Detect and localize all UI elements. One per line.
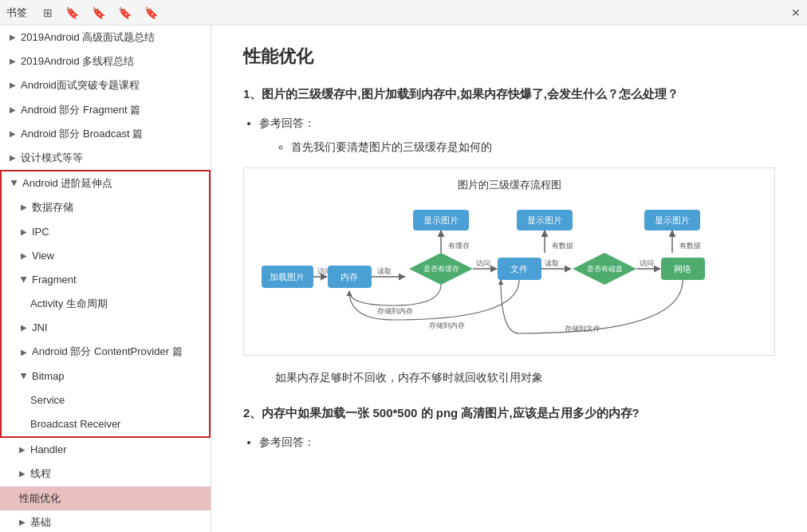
answer-list-2: 参考回答： <box>259 435 775 450</box>
bookmark-icon1[interactable]: 🔖 <box>62 5 82 21</box>
sidebar-item-label: Android 进阶延伸点 <box>22 176 112 191</box>
chevron-icon: ▶ <box>19 517 26 528</box>
sidebar-item-service[interactable]: Service <box>2 388 209 412</box>
svg-text:显示图片: 显示图片 <box>423 215 459 225</box>
sidebar-item-21[interactable]: ▶ 基础 <box>0 510 211 532</box>
sidebar-item-label: JNI <box>32 321 48 335</box>
group-border: ▶ Android 进阶延伸点 ▶ 数据存储 ▶ IPC ▶ View ▶ Fr… <box>0 170 211 438</box>
chevron-icon: ▶ <box>10 152 16 164</box>
sidebar-item-18[interactable]: ▶ Handler <box>0 438 211 462</box>
svg-text:是否有磁盘: 是否有磁盘 <box>587 265 623 273</box>
chevron-icon: ▶ <box>10 56 16 67</box>
bookmark-icon4[interactable]: 🔖 <box>141 5 161 21</box>
chevron-icon: ▶ <box>10 80 16 91</box>
svg-text:存储到文件: 存储到文件 <box>565 325 600 333</box>
svg-text:有数据: 有数据 <box>679 242 701 250</box>
sidebar-item-label: Bitmap <box>32 369 64 384</box>
diagram-container: 图片的三级缓存流程图 显示图片 显示图片 显示图片 <box>243 167 775 356</box>
sidebar-item-6[interactable]: ▶ 设计模式等等 <box>0 146 211 170</box>
svg-text:内存: 内存 <box>341 272 358 282</box>
sidebar-item-label: Android 部分 Broadcast 篇 <box>21 127 143 141</box>
sidebar-item-5[interactable]: ▶ Android 部分 Broadcast 篇 <box>0 122 211 146</box>
bullet-item-2: 参考回答： <box>259 435 775 450</box>
sidebar-item-2[interactable]: ▶ 2019Android 多线程总结 <box>0 49 211 73</box>
sidebar-item-label: Android面试突破专题课程 <box>21 78 140 93</box>
sidebar-item-broadcast-receiver[interactable]: Broadcast Receiver <box>2 412 209 436</box>
answer-list-1: 参考回答： <box>259 116 775 131</box>
chevron-icon: ▶ <box>21 322 27 333</box>
svg-text:访问: 访问 <box>476 259 490 267</box>
sidebar-item-label: 2019Android 高级面试题总结 <box>21 30 155 45</box>
sidebar-item-label: 数据存储 <box>32 200 73 215</box>
circle-item-1: 首先我们要清楚图片的三级缓存是如何的 <box>291 140 775 155</box>
sidebar-item-label: View <box>32 249 54 263</box>
diagram-title: 图片的三级缓存流程图 <box>458 178 561 192</box>
svg-text:有数据: 有数据 <box>552 242 573 250</box>
sidebar-item-label: Handler <box>30 443 67 457</box>
sidebar-item-label: Fragment <box>32 273 77 287</box>
close-icon[interactable]: ✕ <box>791 6 801 19</box>
sidebar-item-9[interactable]: ▶ IPC <box>2 220 209 244</box>
chevron-icon: ▶ <box>10 104 16 116</box>
sidebar-item-label: 设计模式等等 <box>21 151 83 165</box>
svg-text:访问: 访问 <box>640 259 654 267</box>
svg-text:网络: 网络 <box>674 264 691 274</box>
content-area: 性能优化 1、图片的三级缓存中,图片加载到内存中,如果内存快爆了,会发生什么？怎… <box>211 26 807 532</box>
chevron-icon: ▶ <box>19 468 26 479</box>
q1-answer-text: 如果内存足够时不回收，内存不够时就回收软引用对象 <box>275 368 775 388</box>
sidebar-item-label: 2019Android 多线程总结 <box>21 54 134 69</box>
sidebar-item-14[interactable]: ▶ Android 部分 ContentProvider 篇 <box>2 340 209 364</box>
sidebar-item-label: Android 部分 ContentProvider 篇 <box>32 345 183 359</box>
sidebar-item-label: 基础 <box>30 515 51 530</box>
sub-list-1: 首先我们要清楚图片的三级缓存是如何的 <box>275 140 775 155</box>
flowchart: 显示图片 显示图片 显示图片 有缓存 有数据 有数据 <box>254 202 765 345</box>
sidebar-item-7[interactable]: ▶ Android 进阶延伸点 <box>2 171 209 195</box>
svg-text:存储到内存: 存储到内存 <box>429 321 465 329</box>
svg-text:读取: 读取 <box>545 259 559 267</box>
sidebar-item-15[interactable]: ▶ Bitmap <box>2 365 209 388</box>
sidebar-item-label: 性能优化 <box>19 491 61 506</box>
svg-text:是否有缓存: 是否有缓存 <box>423 265 459 273</box>
svg-text:加载图片: 加载图片 <box>270 272 305 282</box>
chevron-icon: ▶ <box>18 373 30 380</box>
bullet-item-1: 参考回答： <box>259 116 775 131</box>
sidebar-item-8[interactable]: ▶ 数据存储 <box>2 195 209 219</box>
page-title: 性能优化 <box>243 45 775 69</box>
svg-text:文件: 文件 <box>510 264 528 274</box>
sidebar-item-label: IPC <box>32 225 49 239</box>
sidebar-item-label: Activity 生命周期 <box>30 297 108 311</box>
sidebar-item-label: 线程 <box>30 467 51 481</box>
title-bar-icons: ⊞ 🔖 🔖 🔖 🔖 <box>40 5 161 21</box>
svg-text:显示图片: 显示图片 <box>655 215 690 225</box>
chevron-icon: ▶ <box>10 128 16 140</box>
chevron-icon: ▶ <box>19 444 26 455</box>
title-bar-label: 书签 <box>6 6 27 20</box>
sidebar-item-19[interactable]: ▶ 线程 <box>0 462 211 486</box>
question-2: 2、内存中如果加载一张 500*500 的 png 高清图片,应该是占用多少的内… <box>243 404 775 423</box>
svg-text:显示图片: 显示图片 <box>527 215 562 225</box>
chevron-icon: ▶ <box>21 202 27 213</box>
sidebar-item-4[interactable]: ▶ Android 部分 Fragment 篇 <box>0 98 211 122</box>
sidebar-item-performance[interactable]: 性能优化 <box>0 487 211 510</box>
sidebar-item-label: Service <box>30 393 65 408</box>
sidebar-item-label: Android 部分 Fragment 篇 <box>21 103 140 117</box>
sidebar-item-13[interactable]: ▶ JNI <box>2 316 209 340</box>
chevron-icon: ▶ <box>18 277 30 283</box>
flowchart-svg: 显示图片 显示图片 显示图片 有缓存 有数据 有数据 <box>254 202 765 345</box>
svg-text:读取: 读取 <box>377 267 392 275</box>
question-1: 1、图片的三级缓存中,图片加载到内存中,如果内存快爆了,会发生什么？怎么处理？ <box>243 85 775 104</box>
grid-icon[interactable]: ⊞ <box>40 5 56 21</box>
sidebar-item-1[interactable]: ▶ 2019Android 高级面试题总结 <box>0 26 211 49</box>
svg-text:存储到内存: 存储到内存 <box>377 307 413 315</box>
bookmark-icon3[interactable]: 🔖 <box>115 5 135 21</box>
sidebar-item-label: Broadcast Receiver <box>30 417 120 432</box>
bookmark-icon2[interactable]: 🔖 <box>89 5 108 21</box>
chevron-icon: ▶ <box>9 180 20 187</box>
chevron-icon: ▶ <box>21 250 27 262</box>
sidebar-item-11[interactable]: ▶ Fragment <box>2 268 209 292</box>
sidebar-item-12[interactable]: Activity 生命周期 <box>2 292 209 316</box>
chevron-icon: ▶ <box>21 227 27 238</box>
sidebar-item-10[interactable]: ▶ View <box>2 244 209 268</box>
sidebar-item-3[interactable]: ▶ Android面试突破专题课程 <box>0 73 211 97</box>
chevron-icon: ▶ <box>10 32 16 43</box>
